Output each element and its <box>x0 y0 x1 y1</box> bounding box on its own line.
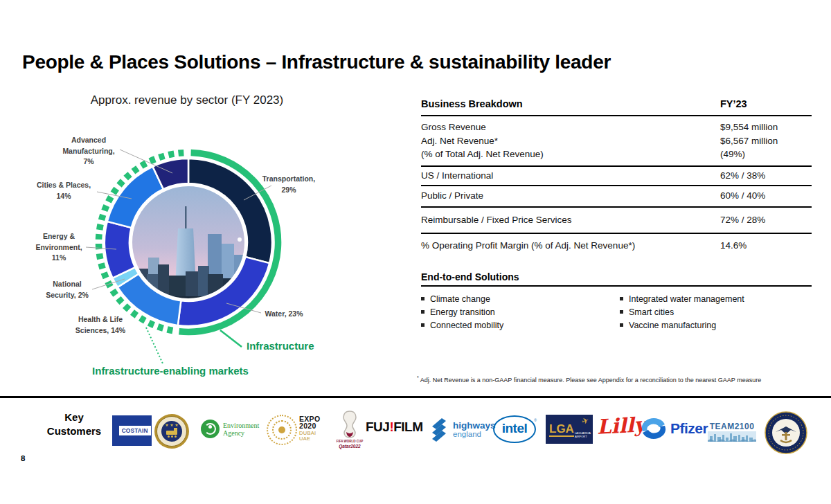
segment-label-national-security: National Security, 2% <box>35 279 100 300</box>
logo-us-navy-seal <box>765 411 807 454</box>
logo-pfizer: Pfizer <box>638 413 708 444</box>
group-label-infrastructure-enabling: Infrastructure-enabling markets <box>89 365 252 377</box>
footnote: * Adj. Net Revenue is a non-GAAP financi… <box>417 375 761 384</box>
navy-seal-icon <box>765 411 807 454</box>
segment-label-energy-environment: Energy & Environment, 11% <box>23 231 95 264</box>
logo-intel: intel ® <box>493 415 536 443</box>
logo-costain: COSTAIN <box>112 415 152 446</box>
leader-lines <box>86 150 271 313</box>
solutions-column-1: Climate change Energy transition Connect… <box>421 293 620 332</box>
segment-label-health-life-sciences: Health & Life Sciences, 14% <box>65 314 136 336</box>
bullet-icon <box>421 310 425 314</box>
enabling-ring-dashed <box>98 153 184 331</box>
table-row: US / International 62% / 38% <box>421 167 812 186</box>
bullet-icon <box>620 297 623 300</box>
row-label: Reimbursable / Fixed Price Services <box>421 213 720 227</box>
solutions-column-2: Integrated water management Smart cities… <box>620 293 744 332</box>
skyline-photo <box>132 186 245 303</box>
row-value: 14.6% <box>720 239 812 253</box>
environment-agency-icon <box>201 420 220 438</box>
row-value: 60% / 40% <box>720 189 812 203</box>
table-row: % Operating Profit Margin (% of Adj. Net… <box>421 234 812 258</box>
logo-laguardia-airport: LGA ✈ LAGUARDIA AIRPORT <box>546 415 593 444</box>
chart-title: Approx. revenue by sector (FY 2023) <box>66 93 308 107</box>
logo-expo-2020: EXPO 2020 DUBAI UAE <box>267 415 315 447</box>
table-row: Reimbursable / Fixed Price Services 72% … <box>421 208 812 234</box>
donut-segment-advanced-manufacturing <box>152 159 188 189</box>
airplane-icon: ✈ <box>580 415 590 427</box>
logo-city-of-houston-seal: ★ ★ ★ <box>154 414 189 449</box>
solutions-title: End-to-end Solutions <box>421 269 812 287</box>
bullet-icon <box>620 310 623 314</box>
moon <box>238 237 242 242</box>
solution-item: Energy transition <box>421 306 620 319</box>
key-customers-label: Key Customers <box>38 411 110 438</box>
table-title: Business Breakdown <box>421 98 720 109</box>
solution-item: Smart cities <box>620 306 744 319</box>
group-label-infrastructure: Infrastructure <box>247 340 314 352</box>
row-value: 62% / 38% <box>720 169 812 183</box>
bullet-icon <box>421 297 425 300</box>
logo-highways-england: highways england <box>428 417 496 442</box>
logo-team2100: TEAM2100 <box>708 422 756 444</box>
fifa-emblem-icon <box>331 408 368 439</box>
donut-segment-national-security <box>113 267 139 287</box>
logo-fifa-world-cup-qatar-2022: FIFA WORLD CUP Qatar2022 <box>331 408 368 451</box>
slide: People & Places Solutions – Infrastructu… <box>0 0 831 504</box>
table-value-header: FY’23 <box>720 98 812 109</box>
divider-line <box>0 396 831 398</box>
table-row: Public / Private 60% / 40% <box>421 186 812 208</box>
segment-label-cities-places: Cities & Places, 14% <box>26 180 101 201</box>
pfizer-swirl-icon <box>638 413 669 444</box>
row-label: US / International <box>421 169 720 183</box>
segment-label-water: Water, 23% <box>251 309 317 320</box>
row-label: Gross Revenue Adj. Net Revenue* (% of To… <box>421 120 720 161</box>
page-title: People & Places Solutions – Infrastructu… <box>22 51 611 73</box>
row-label: Public / Private <box>421 189 720 203</box>
solution-item: Climate change <box>421 293 620 306</box>
enabling-pointer <box>146 327 163 363</box>
donut-segment-energy-environment <box>105 222 135 278</box>
table-row: Gross Revenue Adj. Net Revenue* (% of To… <box>421 116 812 167</box>
highways-chevron-icon <box>428 417 450 442</box>
table-header: Business Breakdown FY’23 <box>421 93 812 116</box>
solution-item: Vaccine manufacturing <box>620 319 744 332</box>
segment-label-advanced-manufacturing: Advanced Manufacturing, 7% <box>50 135 127 168</box>
logo-fujifilm: FUJ!FILM <box>366 420 423 435</box>
end-to-end-solutions: End-to-end Solutions Climate change Ener… <box>421 269 812 332</box>
solution-item: Integrated water management <box>620 293 744 306</box>
bullet-icon <box>421 323 425 327</box>
solution-item: Connected mobility <box>421 319 620 332</box>
business-breakdown-table: Business Breakdown FY’23 Gross Revenue A… <box>421 93 812 332</box>
donut-segment-cities-places <box>107 167 163 228</box>
logo-environment-agency: Environment Agency <box>201 420 259 438</box>
page-number: 8 <box>21 454 25 462</box>
row-value: $9,554 million $6,567 million (49%) <box>720 120 812 161</box>
infrastructure-pointer <box>220 330 242 347</box>
row-value: 72% / 28% <box>720 213 812 227</box>
bullet-icon <box>620 323 623 327</box>
team2100-skyline-icon <box>708 431 756 442</box>
row-label: % Operating Profit Margin (% of Adj. Net… <box>421 239 720 253</box>
segment-label-transportation: Transportation, 29% <box>248 174 330 195</box>
